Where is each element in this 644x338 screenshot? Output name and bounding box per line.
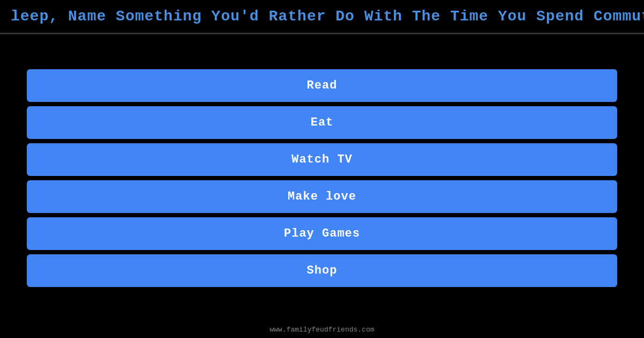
question-header: leep, Name Something You'd Rather Do Wit… <box>0 0 644 34</box>
answer-button-4[interactable]: Play Games <box>27 217 617 250</box>
answer-button-5[interactable]: Shop <box>27 254 617 287</box>
answer-button-1[interactable]: Eat <box>27 106 617 139</box>
answer-button-2[interactable]: Watch TV <box>27 143 617 176</box>
answers-list: ReadEatWatch TVMake lovePlay GamesShop <box>0 34 644 321</box>
answer-button-0[interactable]: Read <box>27 69 617 102</box>
footer-url: www.familyfeudfriends.com <box>0 321 644 338</box>
answer-button-3[interactable]: Make love <box>27 180 617 213</box>
